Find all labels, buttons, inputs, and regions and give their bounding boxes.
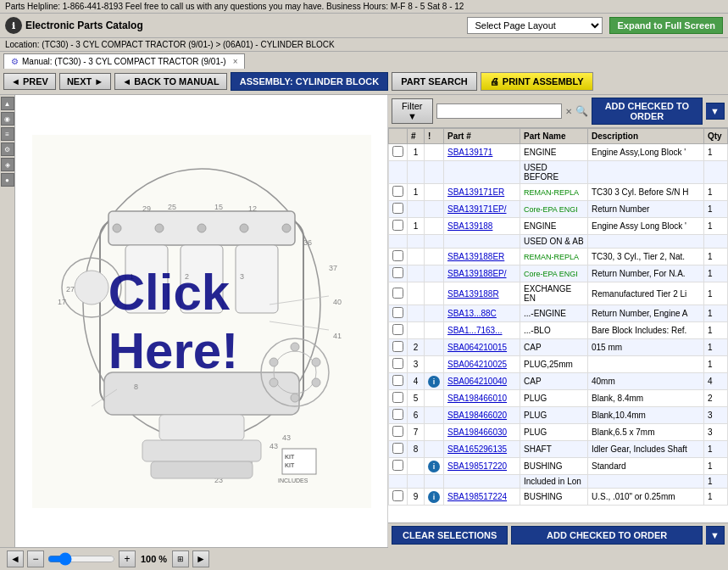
table-row: SBA139188ERREMAN-REPLATC30, 3 Cyl., Tier… xyxy=(389,249,728,265)
fit-button[interactable]: ⊞ xyxy=(172,550,189,567)
add-checked-bottom-button[interactable]: ADD CHECKED TO ORDER xyxy=(511,526,703,545)
row-number: 6 xyxy=(408,407,425,424)
zoom-in-button[interactable]: + xyxy=(119,550,136,567)
row-qty: 1 xyxy=(704,144,728,161)
nav-prev-button[interactable]: ◄ xyxy=(7,550,24,567)
nav-next-button[interactable]: ► xyxy=(192,550,209,567)
row-info xyxy=(425,356,444,373)
filter-search-icon[interactable]: 🔍 xyxy=(575,105,588,117)
part-number-link[interactable]: SBA064210040 xyxy=(447,377,507,386)
table-row: 3SBA064210025PLUG,25mm1 xyxy=(389,356,728,373)
row-checkbox[interactable] xyxy=(392,146,403,157)
sidebar-icon-5[interactable]: ◈ xyxy=(1,158,14,171)
filter-clear-icon[interactable]: ✕ xyxy=(565,107,572,116)
info-icon[interactable]: i xyxy=(428,461,440,472)
row-checkbox[interactable] xyxy=(392,307,403,318)
row-info xyxy=(425,424,444,441)
row-checkbox[interactable] xyxy=(392,324,403,335)
back-to-manual-button[interactable]: ◄ BACK TO MANUAL xyxy=(114,73,227,90)
svg-rect-41 xyxy=(151,461,253,478)
part-number-link[interactable]: SBA139188EP/ xyxy=(447,269,507,278)
tab-close-icon[interactable]: × xyxy=(233,57,238,66)
print-assembly-button[interactable]: 🖨 PRINT ASSEMBLY xyxy=(481,72,593,91)
clear-selections-button[interactable]: CLEAR SELECTIONS xyxy=(392,526,508,545)
row-qty xyxy=(704,235,728,249)
row-qty xyxy=(704,161,728,184)
expand-button[interactable]: Expand to Full Screen xyxy=(609,17,723,34)
row-part-number: SBA064210015 xyxy=(444,339,520,356)
svg-point-45 xyxy=(312,358,320,366)
table-row: 6SBA198466020PLUGBlank,10.4mm3 xyxy=(389,407,728,424)
row-info xyxy=(425,322,444,339)
filter-input[interactable] xyxy=(436,103,562,119)
manual-tab[interactable]: ⚙ Manual: (TC30) - 3 CYL COMPACT TRACTOR… xyxy=(3,53,245,69)
info-icon[interactable]: i xyxy=(428,491,440,503)
row-part-number: SBA139188ER xyxy=(444,249,520,265)
prev-button[interactable]: ◄ PREV xyxy=(3,73,56,90)
row-checkbox[interactable] xyxy=(392,267,403,278)
part-number-link[interactable]: SBA064210015 xyxy=(447,343,507,352)
row-part-name: USED BEFORE xyxy=(520,161,588,184)
row-checkbox[interactable] xyxy=(392,341,403,352)
row-description: Standard xyxy=(588,458,704,475)
part-number-link[interactable]: SBA139188ER xyxy=(447,252,504,261)
sidebar-icon-4[interactable]: ⚙ xyxy=(1,142,14,156)
sidebar-icon-2[interactable]: ◉ xyxy=(1,112,14,126)
row-qty: 3 xyxy=(704,407,728,424)
row-checkbox-cell xyxy=(389,265,408,282)
col-check xyxy=(389,129,408,144)
add-checked-top-button[interactable]: ADD CHECKED TO ORDER xyxy=(592,98,703,125)
row-checkbox-cell xyxy=(389,144,408,161)
part-number-link[interactable]: SBA198517220 xyxy=(447,461,507,471)
svg-point-10 xyxy=(113,224,121,232)
row-checkbox[interactable] xyxy=(392,409,403,420)
row-checkbox[interactable] xyxy=(392,220,403,231)
add-checked-bottom-dropdown[interactable]: ▼ xyxy=(706,526,725,545)
zoom-slider[interactable] xyxy=(47,552,115,566)
part-number-link[interactable]: SBA139188 xyxy=(447,221,492,231)
svg-text:INCLUDES: INCLUDES xyxy=(278,478,308,483)
part-number-link[interactable]: SBA198517224 xyxy=(447,492,507,501)
part-number-link[interactable]: SBA139171 xyxy=(447,148,492,157)
row-info xyxy=(425,218,444,235)
row-checkbox[interactable] xyxy=(392,392,403,403)
zoom-out-button[interactable]: − xyxy=(27,550,44,567)
row-part-name: ...-BLO xyxy=(520,322,588,339)
part-number-link[interactable]: SBA064210025 xyxy=(447,360,507,369)
part-number-link[interactable]: SBA198466020 xyxy=(447,411,507,420)
row-checkbox[interactable] xyxy=(392,460,403,471)
part-number-link[interactable]: SBA1...7163... xyxy=(447,326,503,335)
diagram-area[interactable]: 17 27 1 2 3 37 40 41 36 8 32 33 34 23 39… xyxy=(15,95,388,547)
row-checkbox[interactable] xyxy=(392,203,403,214)
table-row: 4iSBA064210040CAP40mm4 xyxy=(389,373,728,390)
part-number-link[interactable]: SBA139188R xyxy=(447,289,499,299)
sidebar-icon-1[interactable]: ▲ xyxy=(1,97,14,110)
sidebar-icon-3[interactable]: ≡ xyxy=(1,127,14,141)
part-number-link[interactable]: SBA139171ER xyxy=(447,187,504,197)
add-checked-top-dropdown[interactable]: ▼ xyxy=(706,103,725,120)
part-search-button[interactable]: PART SEARCH xyxy=(392,72,477,91)
row-checkbox[interactable] xyxy=(392,443,403,454)
part-number-link[interactable]: SBA198466030 xyxy=(447,428,507,437)
next-button[interactable]: NEXT ► xyxy=(59,73,111,90)
row-checkbox[interactable] xyxy=(392,426,403,437)
filter-button[interactable]: Filter ▼ xyxy=(392,98,433,124)
row-checkbox[interactable] xyxy=(392,358,403,369)
row-checkbox[interactable] xyxy=(392,288,403,299)
part-number-link[interactable]: SBA13...88C xyxy=(447,309,497,318)
sidebar-icon-6[interactable]: ● xyxy=(1,173,14,187)
col-qty: Qty xyxy=(704,129,728,144)
part-number-link[interactable]: SBA165296135 xyxy=(447,444,507,454)
row-checkbox[interactable] xyxy=(392,186,403,197)
row-checkbox[interactable] xyxy=(392,375,403,386)
row-checkbox[interactable] xyxy=(392,250,403,261)
row-qty: 3 xyxy=(704,424,728,441)
page-layout-select[interactable]: Select Page Layout xyxy=(467,17,603,34)
parts-table-container[interactable]: # ! Part # Part Name Description Qty 1SB… xyxy=(388,128,728,522)
info-icon[interactable]: i xyxy=(428,376,440,388)
part-number-link[interactable]: SBA198466010 xyxy=(447,394,507,403)
row-checkbox[interactable] xyxy=(392,490,403,501)
row-checkbox-cell xyxy=(389,407,408,424)
row-checkbox-cell xyxy=(389,339,408,356)
part-number-link[interactable]: SBA139171EP/ xyxy=(447,204,507,214)
